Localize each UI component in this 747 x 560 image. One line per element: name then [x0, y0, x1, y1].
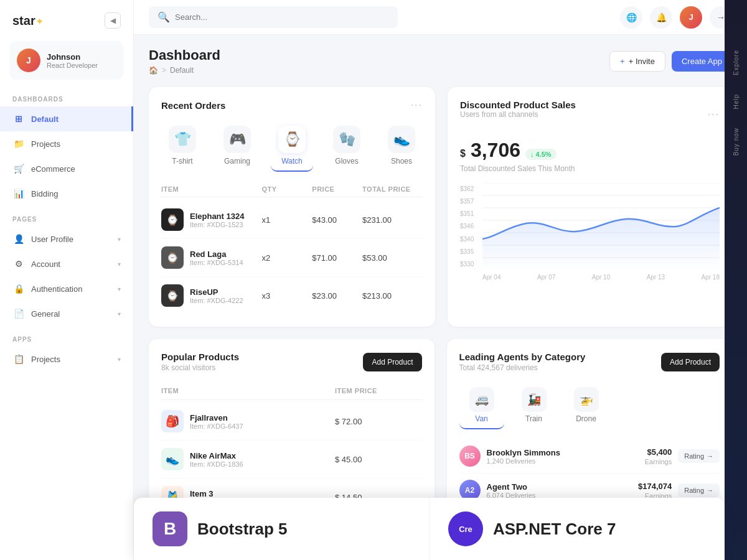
gloves-icon: 🧤 — [333, 126, 360, 153]
agent-row: BS Brooklyn Simmons 1,240 Deliveries $5,… — [459, 439, 720, 474]
sidebar-item-projects-dash[interactable]: 📁 Projects — [0, 131, 133, 156]
sidebar: star✦ ◀ J Johnson React Developer DASHBO… — [0, 0, 134, 560]
van-icon: 🚐 — [469, 387, 494, 412]
table-row: ⌚ RiseUP Item: #XDG-4222 x3 $23.00 $213.… — [161, 277, 423, 314]
sidebar-item-label: Projects — [31, 139, 60, 149]
dark-panel: Explore Help Buy now — [725, 0, 747, 560]
product-row: 🎒 Fjallraven Item: #XDG-6437 $ 72.00 — [161, 403, 422, 441]
sidebar-section-apps: APPS — [0, 326, 133, 347]
sidebar-item-authentication[interactable]: 🔒 Authentication ▾ — [0, 276, 133, 301]
search-input[interactable] — [175, 12, 389, 22]
help-button[interactable]: Help — [733, 94, 740, 110]
chart-area: $362 $357 $351 $346 $340 $335 $330 — [460, 183, 720, 282]
item-thumb: ⌚ — [161, 246, 184, 269]
search-icon: 🔍 — [157, 11, 170, 23]
recent-orders-header: Recent Orders ··· — [161, 100, 423, 111]
page-header: Dashboard 🏠 > Default + + Invite Create … — [149, 47, 732, 75]
buy-now-button[interactable]: Buy now — [733, 128, 740, 156]
agent-avatar: BS — [459, 446, 481, 467]
product-row: 👟 Nike AirMax Item: #XDG-1836 $ 45.00 — [161, 441, 422, 478]
clipboard-icon: 📋 — [12, 353, 25, 365]
discount-sales-card: Discounted Product Sales Users from all … — [448, 87, 732, 327]
rating-button[interactable]: Rating → — [678, 483, 720, 497]
leading-agents-subtitle: Total 424,567 deliveries — [459, 363, 586, 372]
popular-products-title: Popular Products — [161, 352, 239, 362]
rating-button[interactable]: Rating → — [678, 449, 720, 463]
discount-menu[interactable]: ··· — [708, 109, 720, 120]
recent-orders-title: Recent Orders — [161, 100, 225, 111]
product-thumb: 👟 — [161, 448, 184, 470]
page-title: Dashboard — [149, 47, 220, 63]
breadcrumb-current: Default — [170, 66, 194, 75]
collapse-button[interactable]: ◀ — [105, 12, 121, 29]
tab-shoes[interactable]: 👟 Shoes — [380, 121, 423, 172]
invite-button[interactable]: + + Invite — [609, 51, 665, 72]
sidebar-item-projects-app[interactable]: 📋 Projects ▾ — [0, 347, 133, 371]
arrow-right-icon: → — [707, 452, 713, 460]
bootstrap-icon: B — [153, 511, 187, 546]
product-thumb: 🎒 — [161, 410, 184, 432]
lock-icon: 🔒 — [12, 282, 25, 295]
tab-drone[interactable]: 🚁 Drone — [564, 382, 609, 429]
cart-icon: 🛒 — [12, 162, 25, 175]
sidebar-item-default[interactable]: ⊞ Default — [0, 106, 133, 131]
products-table-header: ITEM ITEM PRICE — [161, 382, 422, 400]
agent-tabs: 🚐 Van 🚂 Train 🚁 Drone — [459, 382, 720, 429]
tab-train[interactable]: 🚂 Train — [512, 382, 557, 429]
folder-icon: 📁 — [12, 138, 25, 150]
arrow-right-icon: → — [707, 487, 713, 494]
discount-subtitle: Users from all channels — [460, 110, 576, 119]
sidebar-item-label: Bidding — [31, 189, 58, 198]
sidebar-item-label: Default — [31, 114, 59, 124]
header-actions: + + Invite Create App — [609, 51, 732, 72]
explore-button[interactable]: Explore — [733, 50, 740, 75]
line-chart — [482, 183, 720, 270]
user-card: J Johnson React Developer — [9, 41, 124, 80]
logo: star✦ — [12, 14, 44, 28]
table-row: ⌚ Elephant 1324 Item: #XDG-1523 x1 $43.0… — [161, 201, 423, 239]
leading-agents-title: Leading Agents by Category — [459, 352, 586, 362]
sidebar-item-label: Projects — [31, 355, 60, 364]
add-product-button[interactable]: Add Product — [363, 353, 421, 371]
tab-van[interactable]: 🚐 Van — [459, 382, 504, 429]
sidebar-item-bidding[interactable]: 📊 Bidding — [0, 181, 133, 206]
promo-overlay: B Bootstrap 5 Cre ASP.NET Core 7 — [134, 498, 725, 560]
topbar-right: 🌐 🔔 J → — [620, 6, 732, 29]
sidebar-section-pages: PAGES — [0, 206, 133, 226]
item-thumb: ⌚ — [161, 208, 184, 231]
sidebar-item-label: User Profile — [31, 235, 73, 244]
chevron-down-icon: ▾ — [118, 236, 121, 243]
create-app-button[interactable]: Create App — [672, 51, 732, 72]
avatar: J — [17, 49, 40, 72]
sidebar-item-label: eCommerce — [31, 164, 75, 174]
search-wrap[interactable]: 🔍 — [149, 6, 398, 28]
topbar-avatar[interactable]: J — [680, 6, 702, 29]
settings-icon: ⚙ — [12, 258, 25, 270]
promo-asp: Cre ASP.NET Core 7 — [430, 498, 725, 560]
chevron-down-icon: ▾ — [118, 261, 121, 268]
sidebar-item-general[interactable]: 📄 General ▾ — [0, 301, 133, 326]
tab-tshirt[interactable]: 👕 T-shirt — [161, 121, 204, 172]
sidebar-item-ecommerce[interactable]: 🛒 eCommerce — [0, 156, 133, 181]
recent-orders-card: Recent Orders ··· 👕 T-shirt 🎮 Gaming ⌚ — [149, 87, 435, 327]
chart-icon: 📊 — [12, 187, 25, 200]
tshirt-icon: 👕 — [169, 126, 196, 153]
tab-watch[interactable]: ⌚ Watch — [271, 121, 313, 172]
sidebar-item-label: Authentication — [31, 284, 82, 294]
table-row: ⌚ Red Laga Item: #XDG-5314 x2 $71.00 $53… — [161, 239, 423, 277]
grid-icon: ⊞ — [12, 113, 25, 125]
tab-gaming[interactable]: 🎮 Gaming — [216, 121, 258, 172]
add-product-agent-button[interactable]: Add Product — [661, 353, 720, 371]
tab-gloves[interactable]: 🧤 Gloves — [326, 121, 368, 172]
globe-icon[interactable]: 🌐 — [620, 6, 642, 29]
sidebar-item-account[interactable]: ⚙ Account ▾ — [0, 251, 133, 276]
sidebar-item-user-profile[interactable]: 👤 User Profile ▾ — [0, 226, 133, 251]
notification-icon[interactable]: 🔔 — [650, 6, 672, 29]
chevron-down-icon: ▾ — [118, 356, 121, 363]
recent-orders-menu[interactable]: ··· — [411, 100, 423, 111]
page: Dashboard 🏠 > Default + + Invite Create … — [134, 35, 747, 560]
chevron-down-icon: ▾ — [118, 286, 121, 292]
orders-table-header: ITEM QTY PRICE TOTAL PRICE — [161, 182, 423, 197]
watch-icon: ⌚ — [278, 126, 306, 153]
topbar: 🔍 🌐 🔔 J → — [134, 0, 747, 35]
